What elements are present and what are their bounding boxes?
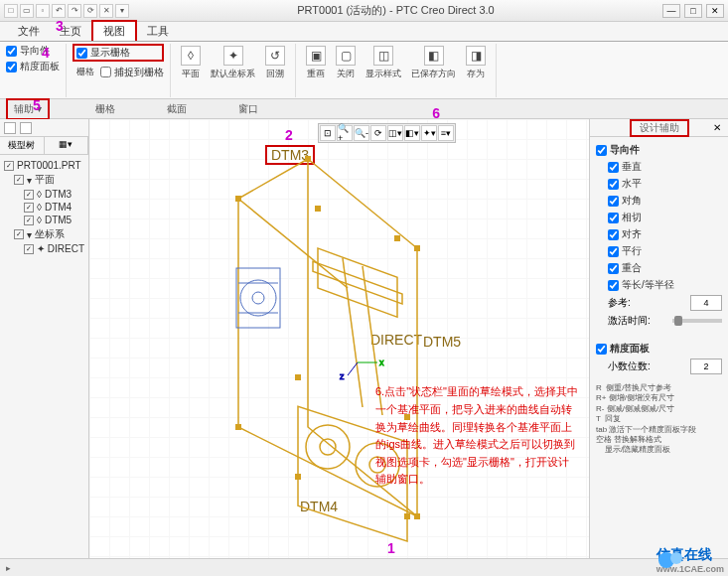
design-aid-panel: 设计辅助 ✕ 导向件 垂直 水平 对角 相切 对齐 平行 重合 等长/等半径 参…: [589, 119, 728, 558]
svg-point-9: [240, 280, 276, 316]
tree-root: ✓PRT0001.PRT: [4, 159, 84, 172]
svg-rect-1: [313, 261, 402, 304]
vt-zoomin[interactable]: 🔍+: [337, 125, 353, 141]
vt-annot[interactable]: ≡▾: [438, 125, 454, 141]
model-tree[interactable]: ✓PRT0001.PRT ✓▾ 平面 ✓◊ DTM3 ✓◊ DTM4 ✓◊ DT…: [0, 155, 88, 259]
btn-saved[interactable]: ◧已保存方向: [407, 44, 460, 97]
btn-retrace[interactable]: ↺回溯: [261, 44, 289, 97]
svg-rect-14: [305, 156, 311, 162]
tree-dtm5: ✓◊ DTM5: [4, 214, 84, 226]
sub-tabs: 辅助 ▾ 栅格 截面 窗口: [0, 99, 728, 119]
activetime-slider[interactable]: [672, 319, 722, 323]
chk-showgrid[interactable]: 显示栅格: [73, 44, 164, 62]
menu-file[interactable]: 文件: [8, 22, 50, 41]
svg-rect-16: [414, 513, 420, 519]
menu-view[interactable]: 视图: [91, 20, 137, 41]
btn-redraw[interactable]: ▣重画: [302, 44, 330, 97]
vt-repaint[interactable]: ⟳: [370, 125, 386, 141]
tree-tab2[interactable]: ▦▾: [45, 137, 89, 154]
decimal-spinner[interactable]: [690, 359, 722, 374]
minimize-button[interactable]: —: [662, 4, 680, 18]
qat-regen[interactable]: ⟳: [83, 4, 97, 18]
qat-save[interactable]: ▫: [36, 4, 50, 18]
svg-rect-17: [235, 424, 241, 430]
tree-tool-icon[interactable]: [4, 122, 16, 134]
help-text: R 侧重/替换尺寸参考 R+ 侧增/侧增没有尺寸 R- 侧减/侧减侧减/尺寸 T…: [596, 383, 722, 456]
chk-guide[interactable]: 导向件: [596, 143, 722, 157]
svg-rect-18: [235, 196, 241, 202]
qat-more[interactable]: ▾: [115, 4, 129, 18]
model-tree-panel: 模型树▦▾ ✓PRT0001.PRT ✓▾ 平面 ✓◊ DTM3 ✓◊ DTM4…: [0, 119, 89, 558]
subtab-grid[interactable]: 栅格: [89, 100, 121, 118]
chk-snap[interactable]: 捕捉到栅格: [100, 64, 164, 80]
btn-coord[interactable]: ✦默认坐标系: [207, 44, 259, 97]
chk-diag[interactable]: 对角: [596, 194, 722, 208]
svg-rect-0: [318, 248, 397, 317]
annotation-4: 4: [42, 45, 50, 61]
quick-access-toolbar: □ ▭ ▫ ↶ ↷ ⟳ ✕ ▾: [4, 4, 129, 18]
btn-close[interactable]: ▢关闭: [332, 44, 360, 97]
svg-rect-19: [315, 206, 321, 212]
subtab-section[interactable]: 截面: [161, 100, 193, 118]
tree-direct: ✓✦ DIRECT: [4, 242, 84, 255]
svg-line-27: [348, 362, 358, 375]
menubar: 文件 主页 视图 工具: [0, 22, 728, 42]
annotation-1: 1: [387, 540, 395, 556]
vt-style[interactable]: ◫▾: [387, 125, 403, 141]
svg-text:x: x: [379, 358, 384, 367]
chk-tangent[interactable]: 相切: [596, 211, 722, 224]
window-title: PRT0001 (活动的) - PTC Creo Direct 3.0: [129, 3, 662, 18]
tree-tool-icon[interactable]: [20, 122, 32, 134]
subtab-window[interactable]: 窗口: [232, 100, 264, 118]
svg-point-30: [670, 552, 682, 564]
vt-datum[interactable]: ✦▾: [421, 125, 437, 141]
tree-dtm3: ✓◊ DTM3: [4, 188, 84, 201]
ref-label: 参考:: [608, 296, 631, 310]
chk-parallel[interactable]: 平行: [596, 244, 722, 258]
qat-redo[interactable]: ↷: [68, 4, 81, 18]
status-text: ▸: [6, 563, 11, 573]
chk-sym[interactable]: 对齐: [596, 227, 722, 241]
tree-tab[interactable]: 模型树: [0, 137, 45, 154]
ribbon: 导向件 精度面板 显示栅格 栅格 捕捉到栅格 ◊平面 ✦默认坐标系 ↺回溯 ▣重…: [0, 42, 728, 99]
annotation-6: 6: [432, 105, 440, 121]
btn-dispstyle[interactable]: ◫显示样式: [362, 44, 405, 97]
annotation-text-6: 6.点击"状态栏"里面的草绘模式，选择其中一个基准平面，把导入进来的曲线自动转换…: [375, 383, 579, 489]
chk-orient[interactable]: 导向件: [6, 44, 60, 58]
decimal-label: 小数位数:: [608, 360, 651, 373]
annotation-3: 3: [56, 18, 64, 34]
svg-rect-20: [394, 235, 400, 241]
maximize-button[interactable]: □: [684, 4, 702, 18]
vt-zoomout[interactable]: 🔍-: [354, 125, 369, 141]
qat-new[interactable]: □: [4, 4, 18, 18]
chk-equal[interactable]: 等长/等半径: [596, 278, 722, 292]
btn-saveas[interactable]: ◨存为: [462, 44, 490, 97]
vt-saved[interactable]: ◧▾: [404, 125, 420, 141]
panel-title: 设计辅助: [630, 119, 689, 137]
watermark: 仿真在线 www.1CAE.com: [656, 546, 724, 574]
qat-close[interactable]: ✕: [99, 4, 113, 18]
chk-horiz[interactable]: 水平: [596, 177, 722, 191]
activetime-label: 激活时间:: [608, 314, 651, 328]
svg-rect-21: [295, 374, 301, 380]
chk-vert[interactable]: 垂直: [596, 160, 722, 174]
btn-plane[interactable]: ◊平面: [177, 44, 205, 97]
annotation-2: 2: [285, 127, 293, 143]
chk-precboard[interactable]: 精度面板: [596, 342, 722, 356]
watermark-icon: [656, 548, 684, 572]
menu-tools[interactable]: 工具: [137, 22, 179, 41]
close-button[interactable]: ✕: [706, 4, 724, 18]
view-toolbar: ⊡ 🔍+ 🔍- ⟳ ◫▾ ◧▾ ✦▾ ≡▾: [318, 123, 456, 143]
subtab-aux[interactable]: 辅助 ▾: [6, 98, 50, 120]
btn-grid[interactable]: 栅格: [73, 64, 98, 80]
qat-open[interactable]: ▭: [20, 4, 34, 18]
chk-precision[interactable]: 精度面板: [6, 60, 60, 73]
qat-undo[interactable]: ↶: [52, 4, 66, 18]
svg-text:z: z: [340, 371, 345, 381]
panel-close-icon[interactable]: ✕: [710, 121, 724, 135]
vt-refit[interactable]: ⊡: [320, 125, 336, 141]
chk-coincident[interactable]: 重合: [596, 261, 722, 275]
tree-planes: ✓▾ 平面: [4, 172, 84, 188]
graphics-canvas[interactable]: 2 ⊡ 🔍+ 🔍- ⟳ ◫▾ ◧▾ ✦▾ ≡▾ DTM3 DIRECT DTM5…: [89, 119, 589, 558]
ref-spinner[interactable]: [690, 295, 722, 311]
